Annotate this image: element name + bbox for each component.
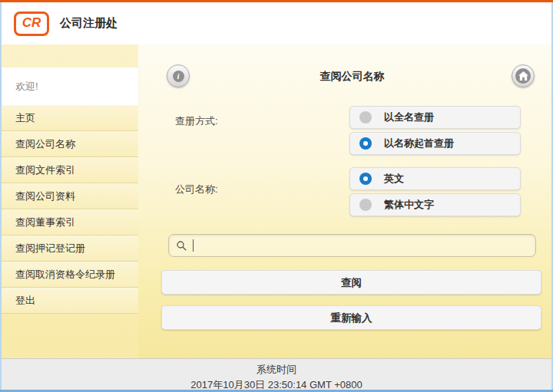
company-name-group: 英文 繁体中文字	[349, 167, 521, 219]
page-title: 查阅公司名称	[161, 70, 543, 84]
sidebar-item-company-particulars[interactable]: 查阅公司资料	[2, 183, 138, 209]
sidebar-menu: 主页 查阅公司名称 查阅文件索引 查阅公司资料 查阅董事索引 查阅押记登记册 查…	[2, 105, 138, 314]
sidebar-item-document-index[interactable]: 查阅文件索引	[2, 157, 138, 183]
search-button[interactable]: 查阅	[161, 270, 541, 295]
home-icon	[515, 68, 531, 84]
radio-option-full-name[interactable]: 以全名查册	[349, 106, 521, 129]
sidebar-item-disqualification-orders[interactable]: 查阅取消资格令纪录册	[2, 262, 138, 288]
reset-button[interactable]: 重新输入	[161, 305, 541, 330]
radio-english-icon[interactable]	[359, 173, 372, 185]
sidebar-item-search-company-name[interactable]: 查阅公司名称	[2, 131, 138, 157]
radio-option-english[interactable]: 英文	[349, 167, 521, 190]
sidebar-item-directors-index[interactable]: 查阅董事索引	[2, 209, 138, 236]
search-icon	[176, 240, 187, 252]
company-name-label: 公司名称:	[175, 183, 218, 196]
system-time-label: 系统时间	[2, 363, 551, 377]
search-input[interactable]	[194, 235, 535, 256]
main-panel: i 查阅公司名称 查册方式: 以全名查册 以名称起首查册 公司名称:	[161, 44, 543, 358]
footer: 系统时间 2017年10月30日 23:50:14 GMT +0800	[2, 358, 551, 390]
search-mode-group: 以全名查册 以名称起首查册	[349, 106, 521, 158]
radio-option-traditional-chinese[interactable]: 繁体中文字	[349, 193, 521, 216]
app-header: CR 公司注册处	[2, 2, 551, 44]
sidebar-item-logout[interactable]: 登出	[2, 288, 138, 314]
home-button[interactable]	[512, 64, 535, 87]
radio-traditional-chinese-icon[interactable]	[359, 199, 372, 211]
company-name-search-box	[168, 234, 536, 257]
cr-logo: CR	[14, 12, 49, 36]
cr-logo-text: CR	[22, 15, 41, 31]
radio-option-name-starting[interactable]: 以名称起首查册	[349, 132, 521, 155]
search-mode-label: 查册方式:	[175, 114, 218, 128]
radio-option-label: 以名称起首查册	[384, 137, 454, 150]
system-time-value: 2017年10月30日 23:50:14 GMT +0800	[2, 378, 551, 392]
sidebar-item-register-of-charges[interactable]: 查阅押记登记册	[2, 236, 138, 262]
radio-option-label: 繁体中文字	[384, 198, 434, 212]
radio-name-starting-icon[interactable]	[359, 137, 372, 150]
radio-full-name-icon[interactable]	[359, 111, 372, 124]
app-title: 公司注册处	[60, 16, 118, 31]
sidebar: 欢迎! 主页 查阅公司名称 查阅文件索引 查阅公司资料 查阅董事索引 查阅押记登…	[2, 44, 138, 358]
welcome-banner: 欢迎!	[2, 68, 138, 105]
radio-option-label: 英文	[384, 172, 404, 186]
sidebar-item-home[interactable]: 主页	[2, 105, 138, 131]
radio-option-label: 以全名查册	[384, 110, 434, 124]
content-area: 欢迎! 主页 查阅公司名称 查阅文件索引 查阅公司资料 查阅董事索引 查阅押记登…	[2, 44, 551, 358]
welcome-text: 欢迎!	[15, 80, 38, 94]
